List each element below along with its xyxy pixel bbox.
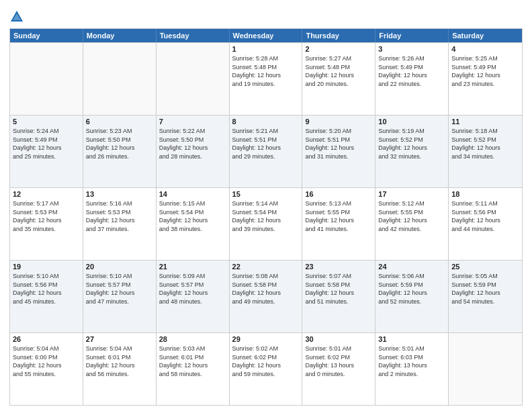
day-number: 19 xyxy=(13,263,80,271)
day-info: Sunrise: 5:01 AMSunset: 6:03 PMDaylight:… xyxy=(378,345,445,378)
day-number: 25 xyxy=(451,263,519,271)
calendar-cell: 22Sunrise: 5:08 AMSunset: 5:58 PMDayligh… xyxy=(230,261,303,332)
logo xyxy=(9,9,26,24)
day-info-line: Sunrise: 5:08 AM xyxy=(232,273,279,279)
day-info-line: Daylight: 12 hours xyxy=(305,289,354,296)
day-info-line: and 51 minutes. xyxy=(305,298,348,305)
day-info-line: and 19 minutes. xyxy=(232,81,275,87)
day-info-line: and 26 minutes. xyxy=(86,153,129,160)
day-info-line: Sunrise: 5:25 AM xyxy=(451,55,498,62)
day-info-line: Sunset: 5:53 PM xyxy=(13,209,58,216)
day-info: Sunrise: 5:08 AMSunset: 5:58 PMDaylight:… xyxy=(232,272,300,306)
day-info: Sunrise: 5:28 AMSunset: 5:48 PMDaylight:… xyxy=(232,54,300,88)
day-info-line: and 52 minutes. xyxy=(378,298,421,305)
calendar-cell xyxy=(157,43,230,115)
day-info-line: Sunset: 5:58 PM xyxy=(232,281,277,288)
day-info-line: Sunset: 5:49 PM xyxy=(13,136,58,143)
day-info-line: Sunset: 5:58 PM xyxy=(305,281,350,288)
day-number: 4 xyxy=(451,45,519,53)
calendar-cell: 4Sunrise: 5:25 AMSunset: 5:49 PMDaylight… xyxy=(449,43,522,115)
day-info-line: Sunset: 5:54 PM xyxy=(159,209,204,216)
day-number: 13 xyxy=(86,190,153,198)
day-info-line: Sunset: 5:57 PM xyxy=(86,281,131,288)
day-info-line: and 34 minutes. xyxy=(451,153,494,160)
day-number: 15 xyxy=(232,190,300,198)
day-info-line: Sunset: 5:51 PM xyxy=(305,136,350,143)
day-info-line: Sunrise: 5:24 AM xyxy=(13,128,59,134)
day-info-line: Daylight: 12 hours xyxy=(13,144,62,151)
header-day-friday: Friday xyxy=(375,29,449,42)
day-info-line: Sunrise: 5:10 AM xyxy=(13,273,59,279)
day-info: Sunrise: 5:23 AMSunset: 5:50 PMDaylight:… xyxy=(86,127,153,161)
day-info-line: Sunset: 5:54 PM xyxy=(232,209,277,216)
header-day-monday: Monday xyxy=(83,29,157,42)
day-info: Sunrise: 5:19 AMSunset: 5:52 PMDaylight:… xyxy=(378,127,445,161)
day-info-line: Sunrise: 5:11 AM xyxy=(451,200,498,207)
day-info: Sunrise: 5:27 AMSunset: 5:48 PMDaylight:… xyxy=(305,54,372,88)
day-info-line: Sunrise: 5:04 AM xyxy=(86,345,132,352)
day-number: 23 xyxy=(305,263,372,271)
day-info: Sunrise: 5:22 AMSunset: 5:50 PMDaylight:… xyxy=(159,127,226,161)
calendar-cell xyxy=(10,43,83,115)
day-info-line: Daylight: 12 hours xyxy=(86,362,135,369)
day-info-line: Daylight: 12 hours xyxy=(159,362,208,369)
day-info-line: Sunrise: 5:10 AM xyxy=(86,273,132,279)
day-info-line: and 54 minutes. xyxy=(451,298,494,305)
page: SundayMondayTuesdayWednesdayThursdayFrid… xyxy=(0,0,532,411)
day-info-line: and 44 minutes. xyxy=(451,226,494,232)
day-info-line: Daylight: 12 hours xyxy=(159,144,208,151)
day-info-line: Daylight: 12 hours xyxy=(232,289,281,296)
day-info-line: Daylight: 12 hours xyxy=(232,144,281,151)
day-info-line: and 23 minutes. xyxy=(451,81,494,87)
calendar-row-3: 12Sunrise: 5:17 AMSunset: 5:53 PMDayligh… xyxy=(10,187,522,260)
day-info-line: and 48 minutes. xyxy=(159,298,202,305)
day-info-line: Sunset: 5:50 PM xyxy=(159,136,204,143)
calendar-row-2: 5Sunrise: 5:24 AMSunset: 5:49 PMDaylight… xyxy=(10,115,522,187)
day-info-line: Sunrise: 5:17 AM xyxy=(13,200,59,207)
day-info-line: Sunset: 5:48 PM xyxy=(305,64,350,71)
day-info-line: Sunrise: 5:20 AM xyxy=(305,128,351,134)
day-info-line: Daylight: 12 hours xyxy=(13,289,62,296)
day-info: Sunrise: 5:01 AMSunset: 6:02 PMDaylight:… xyxy=(305,345,372,378)
day-info-line: Daylight: 12 hours xyxy=(86,217,135,224)
day-number: 18 xyxy=(451,190,519,198)
day-info-line: Sunrise: 5:05 AM xyxy=(451,273,498,279)
day-info-line: and 42 minutes. xyxy=(378,226,421,232)
day-info-line: Sunrise: 5:22 AM xyxy=(159,128,206,134)
calendar-header: SundayMondayTuesdayWednesdayThursdayFrid… xyxy=(10,29,522,42)
day-number: 9 xyxy=(305,118,372,126)
calendar-cell: 13Sunrise: 5:16 AMSunset: 5:53 PMDayligh… xyxy=(83,188,157,260)
day-info-line: Daylight: 12 hours xyxy=(86,289,135,296)
day-info-line: and 59 minutes. xyxy=(232,371,275,377)
day-number: 12 xyxy=(13,190,80,198)
day-info-line: Sunset: 5:56 PM xyxy=(13,281,58,288)
day-info: Sunrise: 5:18 AMSunset: 5:52 PMDaylight:… xyxy=(451,127,519,161)
day-info: Sunrise: 5:07 AMSunset: 5:58 PMDaylight:… xyxy=(305,272,372,306)
day-info-line: and 32 minutes. xyxy=(378,153,421,160)
day-info: Sunrise: 5:13 AMSunset: 5:55 PMDaylight:… xyxy=(305,199,372,233)
day-info-line: Daylight: 12 hours xyxy=(305,217,354,224)
day-info-line: Sunset: 6:02 PM xyxy=(305,354,350,361)
day-info: Sunrise: 5:15 AMSunset: 5:54 PMDaylight:… xyxy=(159,199,226,233)
day-info-line: Sunset: 6:01 PM xyxy=(86,354,131,361)
day-info-line: Sunrise: 5:15 AM xyxy=(159,200,206,207)
day-number: 6 xyxy=(86,118,153,126)
day-info-line: Sunset: 5:53 PM xyxy=(86,209,131,216)
day-info: Sunrise: 5:11 AMSunset: 5:56 PMDaylight:… xyxy=(451,199,519,233)
day-info-line: Sunset: 5:55 PM xyxy=(305,209,350,216)
calendar-cell: 31Sunrise: 5:01 AMSunset: 6:03 PMDayligh… xyxy=(375,333,449,405)
calendar-cell: 6Sunrise: 5:23 AMSunset: 5:50 PMDaylight… xyxy=(83,116,157,187)
calendar-cell: 12Sunrise: 5:17 AMSunset: 5:53 PMDayligh… xyxy=(10,188,83,260)
day-number: 31 xyxy=(378,335,445,343)
day-number: 10 xyxy=(378,118,445,126)
day-info-line: Daylight: 13 hours xyxy=(305,362,354,369)
day-info-line: and 31 minutes. xyxy=(305,153,348,160)
day-info-line: and 29 minutes. xyxy=(232,153,275,160)
day-info-line: Sunset: 5:48 PM xyxy=(232,64,277,71)
day-info-line: Daylight: 12 hours xyxy=(232,72,281,79)
day-info-line: Sunset: 5:49 PM xyxy=(378,64,423,71)
day-info-line: Sunset: 5:51 PM xyxy=(232,136,277,143)
day-info-line: Sunset: 6:01 PM xyxy=(159,354,204,361)
day-info: Sunrise: 5:24 AMSunset: 5:49 PMDaylight:… xyxy=(13,127,80,161)
day-info-line: Sunset: 5:59 PM xyxy=(378,281,423,288)
